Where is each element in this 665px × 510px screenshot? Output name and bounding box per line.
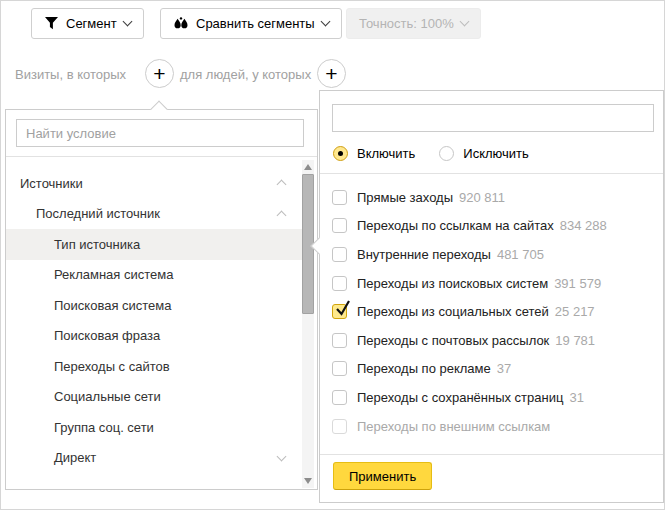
checkbox-icon[interactable] [332,419,347,434]
divider [6,156,317,157]
tree-item-label: Социальные сети [54,389,161,404]
scroll-down-icon[interactable] [304,478,312,484]
option-row[interactable]: Прямые заходы920 811 [320,183,663,212]
option-row[interactable]: Переходы с почтовых рассылок19 781 [320,326,663,355]
add-people-condition-button[interactable]: + [317,59,346,88]
option-label: Переходы по ссылкам на сайтах [357,218,554,233]
tree-item[interactable]: Рекламная система [6,260,303,291]
include-radio[interactable]: Включить [333,146,415,161]
checkbox-icon[interactable] [332,276,347,291]
precision-label: Точность: 100% [359,16,454,31]
tree-item-label: Тип источника [54,237,140,252]
exclude-radio[interactable]: Исключить [439,146,529,161]
option-count: 37 [497,361,511,376]
option-count: 834 288 [560,218,607,233]
divider [320,454,663,455]
tree-item-label: Рекламная система [54,267,173,282]
option-label: Прямые заходы [357,190,453,205]
tree-item-label: Источники [20,176,83,191]
exclude-radio-label: Исключить [463,146,529,161]
option-row[interactable]: Переходы из поисковых систем391 579 [320,269,663,298]
tree-item-label: Группа соц. сети [54,420,154,435]
tree-item-label: Директ [54,450,96,465]
option-row[interactable]: Переходы с сохранённых страниц31 [320,383,663,412]
tree-item[interactable]: Переходы с сайтов [6,351,303,382]
compare-segments-dropdown-button[interactable]: Сравнить сегменты [160,8,342,39]
option-count: 25 217 [555,304,595,319]
add-visit-condition-button[interactable]: + [145,59,174,88]
tree-item[interactable]: Последний источник [6,199,303,230]
scrollbar[interactable] [302,160,314,488]
tree-item[interactable]: Социальные сети [6,382,303,413]
tree-item[interactable]: Источники [6,168,303,199]
condition-tree-panel: ИсточникиПоследний источникТип источника… [5,109,318,490]
option-count: 920 811 [459,190,505,205]
option-label: Переходы из поисковых систем [357,276,548,291]
option-count: 19 781 [555,333,595,348]
option-count: 391 579 [554,276,601,291]
segment-dropdown-button[interactable]: Сегмент [31,8,144,39]
option-label: Переходы по рекламе [357,361,491,376]
checkbox-icon[interactable] [332,247,347,262]
tree-item[interactable]: Группа соц. сети [6,412,303,443]
option-row[interactable]: Переходы по ссылкам на сайтах834 288 [320,212,663,241]
tree-item[interactable]: Поисковая система [6,290,303,321]
tree-item[interactable]: Директ [6,443,303,474]
popup-filter-input[interactable] [332,104,654,132]
checkbox-icon[interactable] [332,190,347,205]
checkbox-icon[interactable] [332,333,347,348]
chevron-up-icon[interactable] [277,180,287,190]
option-label: Переходы по внешним ссылкам [357,419,550,434]
option-row[interactable]: Переходы из социальных сетей25 217 [320,297,663,326]
checkbox-checked-icon[interactable] [332,304,347,319]
filter-funnel-icon [44,17,59,30]
segment-builder-screen: Сегмент Сравнить сегменты Точность: 100%… [0,0,665,510]
checkbox-icon[interactable] [332,361,347,376]
divider [320,173,663,174]
source-type-popup: Включить Исключить Прямые заходы920 811П… [319,90,664,503]
apply-button[interactable]: Применить [333,462,432,490]
panel-pointer-up [151,101,168,118]
chevron-down-icon [320,17,330,27]
chevron-up-icon[interactable] [277,210,287,220]
option-label: Внутренние переходы [357,247,491,262]
checkbox-icon[interactable] [332,218,347,233]
radio-selected-icon[interactable] [333,146,348,161]
compare-drops-icon [173,17,189,30]
tree-item[interactable]: Поисковая фраза [6,321,303,352]
option-row[interactable]: Внутренние переходы481 705 [320,240,663,269]
checkbox-icon[interactable] [332,390,347,405]
source-type-options: Прямые заходы920 811Переходы по ссылкам … [320,183,663,440]
segment-button-label: Сегмент [66,16,117,31]
visits-condition-label: Визиты, в которых [15,67,126,82]
scroll-up-icon[interactable] [304,164,312,170]
people-condition-label: для людей, у которых [180,67,311,82]
compare-segments-label: Сравнить сегменты [196,16,315,31]
option-count: 481 705 [497,247,544,262]
option-count: 31 [569,390,583,405]
condition-tree: ИсточникиПоследний источникТип источника… [6,168,303,473]
chevron-down-icon[interactable] [277,451,287,461]
option-row[interactable]: Переходы по рекламе37 [320,355,663,384]
option-label: Переходы с почтовых рассылок [357,333,549,348]
tree-item-label: Поисковая система [54,298,172,313]
chevron-down-icon [459,17,469,27]
include-exclude-radios: Включить Исключить [333,146,529,161]
option-label: Переходы из социальных сетей [357,304,549,319]
tree-item-label: Последний источник [36,206,160,221]
chevron-down-icon [122,17,132,27]
tree-item-label: Переходы с сайтов [54,359,170,374]
search-condition-input[interactable] [16,119,304,147]
tree-item[interactable]: Тип источника [6,229,303,260]
option-label: Переходы с сохранённых страниц [357,390,563,405]
option-row[interactable]: Переходы по внешним ссылкам [320,412,663,441]
checkmark-icon [334,298,352,318]
radio-unselected-icon[interactable] [439,146,454,161]
include-radio-label: Включить [357,146,415,161]
tree-item-label: Поисковая фраза [54,328,160,343]
precision-dropdown-button[interactable]: Точность: 100% [346,8,481,39]
